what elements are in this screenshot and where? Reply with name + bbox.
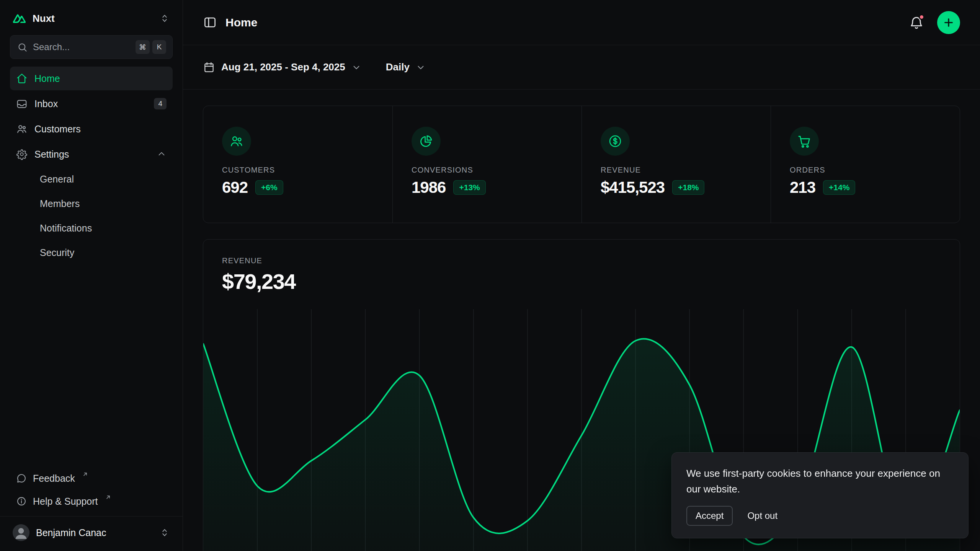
date-range-value: Aug 21, 2025 - Sep 4, 2025 bbox=[221, 61, 345, 73]
workspace-switcher[interactable]: Nuxt bbox=[0, 0, 183, 34]
cookie-message: We use first-party cookies to enhance yo… bbox=[686, 466, 954, 497]
revenue-chart-label: REVENUE bbox=[222, 256, 941, 265]
users-icon bbox=[16, 123, 28, 135]
stat-card-revenue[interactable]: REVENUE $415,523 +18% bbox=[581, 106, 771, 223]
sidebar-item-label: Home bbox=[34, 73, 60, 84]
avatar bbox=[13, 524, 29, 541]
sidebar-footer: Feedback Help & Support bbox=[0, 467, 183, 516]
sidebar-item-home[interactable]: Home bbox=[10, 67, 173, 90]
notifications-button[interactable] bbox=[909, 15, 924, 30]
stat-value: 692 bbox=[222, 178, 248, 197]
search-input[interactable] bbox=[33, 42, 130, 52]
nuxt-logo-icon bbox=[13, 11, 26, 25]
period-select[interactable]: Daily bbox=[386, 61, 426, 73]
chevron-down-icon bbox=[416, 62, 426, 72]
header-actions bbox=[909, 11, 960, 34]
info-circle-icon bbox=[16, 496, 27, 507]
notification-dot bbox=[919, 14, 924, 20]
sidebar-item-label: Inbox bbox=[34, 98, 58, 109]
external-link-icon bbox=[105, 494, 111, 500]
stat-delta-badge: +18% bbox=[672, 180, 704, 195]
stat-delta-badge: +13% bbox=[453, 180, 485, 195]
stats-row: CUSTOMERS 692 +6% CONVERSIONS 1986 bbox=[203, 106, 960, 223]
stat-value: $415,523 bbox=[601, 178, 665, 197]
cart-icon bbox=[797, 134, 812, 148]
user-name: Benjamin Canac bbox=[36, 527, 106, 538]
sidebar-item-inbox[interactable]: Inbox 4 bbox=[10, 92, 173, 116]
sidebar-item-general[interactable]: General bbox=[10, 168, 173, 191]
calendar-icon bbox=[203, 61, 215, 73]
accept-button[interactable]: Accept bbox=[686, 506, 733, 526]
footer-link-label: Help & Support bbox=[33, 496, 98, 507]
opt-out-button[interactable]: Opt out bbox=[746, 507, 779, 525]
date-range-picker[interactable]: Aug 21, 2025 - Sep 4, 2025 bbox=[203, 61, 361, 73]
inbox-count-badge: 4 bbox=[154, 98, 167, 109]
stat-label: REVENUE bbox=[601, 166, 763, 174]
k-key: K bbox=[152, 40, 166, 54]
sidebar-item-label: Customers bbox=[34, 124, 81, 135]
period-value: Daily bbox=[386, 61, 410, 73]
stat-card-conversions[interactable]: CONVERSIONS 1986 +13% bbox=[392, 106, 581, 223]
stat-card-customers[interactable]: CUSTOMERS 692 +6% bbox=[203, 106, 392, 223]
plus-icon bbox=[942, 16, 955, 29]
stat-icon-wrap bbox=[412, 127, 441, 156]
external-link-icon bbox=[82, 471, 88, 478]
stat-delta-badge: +14% bbox=[823, 180, 855, 195]
feedback-link[interactable]: Feedback bbox=[10, 467, 173, 489]
stat-icon-wrap bbox=[222, 127, 251, 156]
stat-label: CUSTOMERS bbox=[222, 166, 385, 174]
inbox-icon bbox=[16, 98, 28, 109]
chart-pie-icon bbox=[419, 134, 433, 148]
chevron-up-down-icon bbox=[159, 527, 170, 538]
filters-toolbar: Aug 21, 2025 - Sep 4, 2025 Daily bbox=[183, 45, 980, 90]
workspace-name: Nuxt bbox=[33, 13, 55, 24]
dollar-circle-icon bbox=[608, 134, 622, 148]
user-silhouette-icon bbox=[13, 524, 29, 541]
chevron-up-icon bbox=[157, 149, 167, 159]
gear-icon bbox=[16, 148, 28, 160]
chevron-down-icon bbox=[351, 62, 361, 72]
stat-value: 1986 bbox=[412, 178, 446, 197]
stat-value: 213 bbox=[790, 178, 815, 197]
stat-card-orders[interactable]: ORDERS 213 +14% bbox=[771, 106, 960, 223]
stat-icon-wrap bbox=[601, 127, 630, 156]
user-menu[interactable]: Benjamin Canac bbox=[0, 516, 183, 551]
footer-link-label: Feedback bbox=[33, 473, 75, 484]
revenue-chart-value: $79,234 bbox=[222, 269, 941, 294]
sidebar-item-label: Settings bbox=[34, 149, 69, 160]
users-icon bbox=[229, 134, 244, 148]
stat-delta-badge: +6% bbox=[255, 180, 283, 195]
sidebar-nav: Home Inbox 4 Customers bbox=[0, 67, 183, 264]
panel-icon[interactable] bbox=[203, 15, 217, 29]
sidebar: Nuxt ⌘ K Home bbox=[0, 0, 183, 551]
stat-label: ORDERS bbox=[790, 166, 952, 174]
home-icon bbox=[16, 73, 28, 84]
sidebar-item-security[interactable]: Security bbox=[10, 241, 173, 264]
sidebar-item-members[interactable]: Members bbox=[10, 192, 173, 215]
sidebar-item-notifications[interactable]: Notifications bbox=[10, 217, 173, 240]
chevron-up-down-icon bbox=[159, 13, 170, 24]
stat-label: CONVERSIONS bbox=[412, 166, 574, 174]
page-header: Home bbox=[183, 0, 980, 45]
page-title: Home bbox=[225, 16, 257, 29]
cookie-banner: We use first-party cookies to enhance yo… bbox=[671, 452, 969, 538]
search-input-wrapper[interactable]: ⌘ K bbox=[10, 35, 173, 59]
sidebar-item-customers[interactable]: Customers bbox=[10, 117, 173, 141]
add-button[interactable] bbox=[937, 11, 960, 34]
cmd-key: ⌘ bbox=[136, 40, 150, 54]
stat-icon-wrap bbox=[790, 127, 819, 156]
chat-bubble-icon bbox=[16, 473, 27, 484]
sidebar-item-settings[interactable]: Settings bbox=[10, 142, 173, 166]
search-shortcut: ⌘ K bbox=[136, 40, 166, 54]
search-icon bbox=[17, 42, 28, 52]
help-support-link[interactable]: Help & Support bbox=[10, 490, 173, 512]
